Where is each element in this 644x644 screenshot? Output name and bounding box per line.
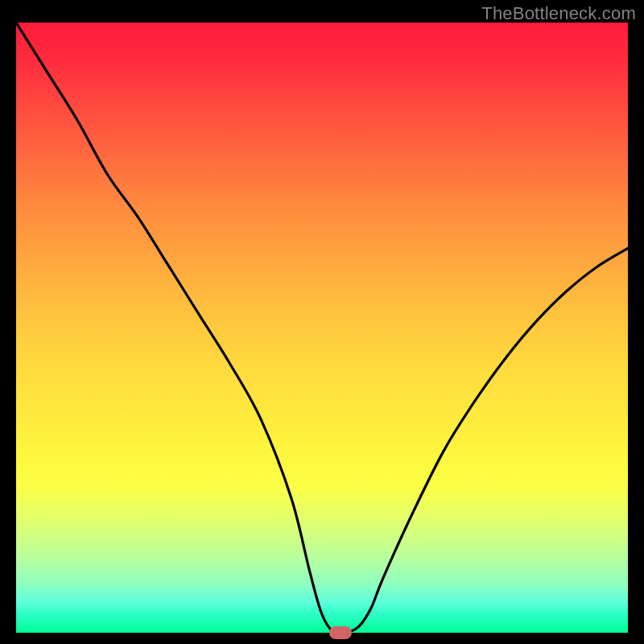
chart-frame: TheBottleneck.com [0, 0, 644, 644]
watermark-text: TheBottleneck.com [481, 3, 636, 24]
optimum-marker [329, 626, 352, 639]
bottleneck-curve [16, 23, 628, 633]
plot-area [16, 23, 628, 633]
